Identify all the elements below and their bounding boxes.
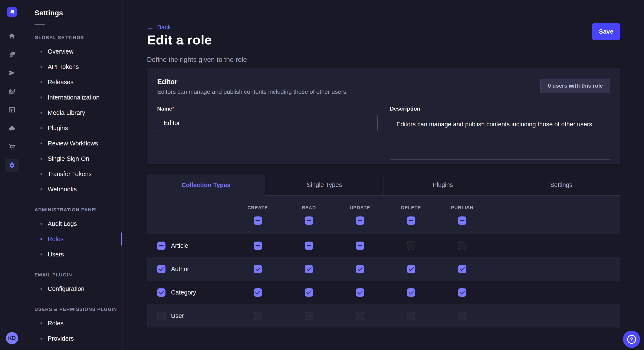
- perm-column-publish: PUBLISH: [436, 196, 488, 234]
- permissions-table-header: CREATEREADUPDATEDELETEPUBLISH: [147, 196, 620, 234]
- select-all-read-checkbox[interactable]: [305, 216, 313, 225]
- rail-item-paper-plane[interactable]: [5, 66, 19, 80]
- perm-row-label-cell: Article: [147, 242, 232, 250]
- select-all-create-checkbox[interactable]: [254, 216, 262, 225]
- sidebar-item-review-workflows[interactable]: Review Workflows: [24, 136, 122, 151]
- user-update-checkbox[interactable]: [356, 312, 364, 320]
- rail-item-layout[interactable]: [5, 103, 19, 117]
- sidebar-item-transfer-tokens[interactable]: Transfer Tokens: [24, 166, 122, 181]
- settings-sidebar: Settings GLOBAL SETTINGSOverviewAPI Toke…: [24, 0, 122, 350]
- rail-item-feather[interactable]: [5, 48, 19, 61]
- row-user-checkbox[interactable]: [157, 312, 166, 320]
- author-publish-checkbox[interactable]: [458, 265, 466, 273]
- perm-cell: [232, 288, 283, 297]
- perm-cell: [232, 265, 283, 273]
- sidebar-item-media-library[interactable]: Media Library: [24, 105, 122, 120]
- rail-item-home[interactable]: [5, 29, 19, 43]
- perm-cell: [334, 242, 386, 250]
- app-rail: KD: [0, 0, 24, 350]
- users-with-role-badge[interactable]: 0 users with this role: [540, 79, 610, 93]
- bullet-icon: [40, 188, 42, 190]
- row-author-checkbox[interactable]: [157, 265, 166, 273]
- description-textarea[interactable]: Editors can manage and publish contents …: [390, 115, 610, 160]
- sidebar-item-roles[interactable]: Roles: [24, 316, 122, 331]
- article-update-checkbox[interactable]: [356, 242, 364, 250]
- rail-item-cloud[interactable]: [5, 122, 19, 135]
- layout-icon: [8, 106, 16, 114]
- category-create-checkbox[interactable]: [254, 288, 262, 297]
- sidebar-item-users[interactable]: Users: [24, 247, 122, 262]
- author-update-checkbox[interactable]: [356, 265, 364, 273]
- user-delete-checkbox[interactable]: [407, 312, 415, 320]
- select-all-update-checkbox[interactable]: [356, 216, 364, 225]
- back-arrow-icon: ←: [147, 24, 154, 31]
- bullet-icon: [40, 81, 42, 83]
- media-library-icon: [8, 88, 16, 95]
- permissions-card: Collection TypesSingle TypesPluginsSetti…: [147, 174, 620, 328]
- role-card-head: Editor Editors can manage and publish co…: [157, 78, 610, 95]
- sidebar-item-api-tokens[interactable]: API Tokens: [24, 59, 122, 74]
- bullet-icon: [40, 158, 42, 160]
- select-all-publish-checkbox[interactable]: [458, 216, 466, 225]
- rail-item-settings-gear[interactable]: [5, 159, 19, 172]
- name-input[interactable]: [157, 115, 378, 131]
- sidebar-item-overview[interactable]: Overview: [24, 44, 122, 59]
- rail-item-media-library[interactable]: [5, 85, 19, 98]
- rail-item-cart[interactable]: [5, 140, 19, 154]
- article-create-checkbox[interactable]: [254, 242, 262, 250]
- sidebar-item-audit-logs[interactable]: Audit Logs: [24, 216, 122, 231]
- perm-row-label-cell: Category: [147, 288, 232, 297]
- sidebar-item-label: Roles: [48, 236, 64, 243]
- tab-single-types[interactable]: Single Types: [265, 174, 383, 196]
- avatar[interactable]: KD: [6, 332, 18, 344]
- back-link[interactable]: ← Back: [147, 24, 171, 31]
- category-update-checkbox[interactable]: [356, 288, 364, 297]
- select-all-delete-checkbox[interactable]: [407, 216, 415, 225]
- sidebar-item-label: Review Workflows: [48, 140, 98, 147]
- perm-header-spacer: [147, 196, 232, 234]
- row-article-checkbox[interactable]: [157, 242, 166, 250]
- author-create-checkbox[interactable]: [254, 265, 262, 273]
- perm-row-label-cell: Author: [147, 265, 232, 273]
- tab-settings[interactable]: Settings: [502, 174, 620, 196]
- perm-column-label: PUBLISH: [451, 205, 474, 210]
- perm-cell: [386, 288, 436, 297]
- sidebar-section-items: OverviewAPI TokensReleasesInternationali…: [24, 44, 122, 197]
- sidebar-title: Settings: [34, 9, 122, 17]
- sidebar-section: EMAIL PLUGINConfiguration: [24, 272, 122, 296]
- back-label: Back: [157, 24, 171, 31]
- author-read-checkbox[interactable]: [305, 265, 313, 273]
- sidebar-item-label: Internationalization: [48, 94, 100, 101]
- sidebar-item-single-sign-on[interactable]: Single Sign-On: [24, 151, 122, 166]
- category-delete-checkbox[interactable]: [407, 288, 415, 297]
- sidebar-item-roles[interactable]: Roles: [24, 231, 122, 247]
- sidebar-item-plugins[interactable]: Plugins: [24, 120, 122, 136]
- sidebar-item-webhooks[interactable]: Webhooks: [24, 181, 122, 197]
- role-description-text: Editors can manage and publish contents …: [157, 88, 348, 95]
- user-publish-checkbox[interactable]: [458, 312, 466, 320]
- article-read-checkbox[interactable]: [305, 242, 313, 250]
- save-button[interactable]: Save: [592, 23, 620, 40]
- category-publish-checkbox[interactable]: [458, 288, 466, 297]
- author-delete-checkbox[interactable]: [407, 265, 415, 273]
- tab-plugins[interactable]: Plugins: [384, 174, 502, 196]
- help-button[interactable]: ?: [623, 331, 640, 348]
- user-read-checkbox[interactable]: [305, 312, 313, 320]
- sidebar-item-label: Users: [48, 251, 64, 258]
- sidebar-item-configuration[interactable]: Configuration: [24, 281, 122, 296]
- page-subtitle: Define the rights given to the role: [147, 56, 247, 64]
- sidebar-item-internationalization[interactable]: Internationalization: [24, 90, 122, 105]
- sidebar-item-providers[interactable]: Providers: [24, 331, 122, 346]
- tab-collection-types[interactable]: Collection Types: [147, 174, 265, 196]
- sidebar-item-releases[interactable]: Releases: [24, 74, 122, 90]
- user-create-checkbox[interactable]: [254, 312, 262, 320]
- perm-cell: [283, 288, 334, 297]
- strapi-logo[interactable]: [7, 7, 17, 17]
- article-publish-checkbox[interactable]: [458, 242, 466, 250]
- perm-row-label: Author: [171, 266, 189, 273]
- bullet-icon: [40, 253, 42, 255]
- row-category-checkbox[interactable]: [157, 288, 166, 297]
- category-read-checkbox[interactable]: [305, 288, 313, 297]
- article-delete-checkbox[interactable]: [407, 242, 415, 250]
- perm-column-read: READ: [283, 196, 334, 234]
